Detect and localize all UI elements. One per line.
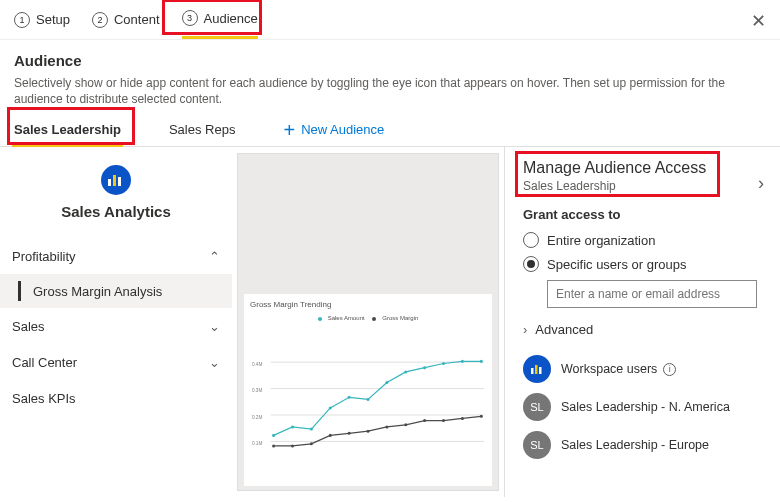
svg-point-16: [366, 398, 369, 401]
svg-text:0.4M: 0.4M: [252, 362, 263, 367]
radio-entire-org[interactable]: Entire organization: [523, 232, 764, 248]
page-title: Audience: [14, 52, 766, 69]
workspace-title: Sales Analytics: [0, 203, 232, 220]
svg-rect-37: [539, 367, 542, 374]
svg-point-14: [329, 407, 332, 410]
svg-point-23: [272, 445, 275, 448]
svg-rect-1: [113, 175, 116, 186]
svg-point-12: [291, 426, 294, 429]
svg-point-15: [348, 396, 351, 399]
audience-tab-sales-reps[interactable]: Sales Reps: [169, 113, 235, 146]
svg-point-33: [461, 417, 464, 420]
legend-dot-icon: [372, 317, 376, 321]
audience-tab-sales-leadership[interactable]: Sales Leadership: [14, 113, 121, 146]
workspace-icon: [101, 165, 131, 195]
svg-point-31: [423, 419, 426, 422]
avatar: SL: [523, 393, 551, 421]
info-icon[interactable]: i: [663, 363, 676, 376]
svg-point-26: [329, 434, 332, 437]
panel-title: Manage Audience Access: [523, 159, 706, 177]
active-bar-icon: [18, 281, 21, 301]
svg-text:0.1M: 0.1M: [252, 442, 263, 447]
chevron-down-icon: ⌄: [209, 319, 220, 334]
svg-point-18: [404, 371, 407, 374]
step-num-3: 3: [182, 10, 198, 26]
nav-call-center[interactable]: Call Center ⌄: [0, 344, 232, 380]
svg-point-22: [480, 360, 483, 363]
panel-header[interactable]: Manage Audience Access Sales Leadership …: [523, 159, 764, 207]
new-audience-button[interactable]: + New Audience: [283, 122, 384, 137]
svg-rect-2: [118, 177, 121, 186]
chart-legend: Sales Amount Gross Margin: [250, 315, 486, 321]
user-search-input[interactable]: [547, 280, 757, 308]
report-gross-margin-analysis[interactable]: Gross Margin Analysis: [0, 274, 232, 308]
svg-rect-36: [535, 365, 538, 374]
svg-point-28: [366, 430, 369, 433]
svg-point-32: [442, 419, 445, 422]
chevron-down-icon: ⌄: [209, 355, 220, 370]
svg-point-17: [385, 381, 388, 384]
step-num-2: 2: [92, 12, 108, 28]
grant-access-heading: Grant access to: [523, 207, 764, 222]
avatar: SL: [523, 431, 551, 459]
svg-point-30: [404, 424, 407, 427]
svg-point-34: [480, 415, 483, 418]
wizard-steps: 1 Setup 2 Content 3 Audience ✕: [0, 0, 780, 40]
svg-text:0.2M: 0.2M: [252, 415, 263, 420]
svg-text:0.3M: 0.3M: [252, 389, 263, 394]
nav-profitability[interactable]: Profitability ⌃: [0, 238, 232, 274]
radio-selected-icon: [523, 256, 539, 272]
svg-point-21: [461, 360, 464, 363]
step-audience[interactable]: 3 Audience: [182, 0, 258, 39]
content-columns: Sales Analytics Profitability ⌃ Gross Ma…: [0, 147, 780, 497]
nav-sales-kpis[interactable]: Sales KPIs: [0, 380, 232, 416]
chevron-right-icon: ›: [523, 322, 527, 337]
panel-subtitle: Sales Leadership: [523, 179, 706, 193]
user-sales-leadership-eu[interactable]: SL Sales Leadership - Europe: [523, 431, 764, 459]
chevron-up-icon: ⌃: [209, 249, 220, 264]
svg-point-24: [291, 445, 294, 448]
audience-tabs: Sales Leadership Sales Reps + New Audien…: [0, 113, 780, 147]
report-thumbnail[interactable]: Gross Margin Trending Sales Amount Gross…: [237, 153, 499, 491]
chart-title: Gross Margin Trending: [250, 300, 486, 309]
user-workspace-users[interactable]: Workspace users i: [523, 355, 764, 383]
radio-specific-users[interactable]: Specific users or groups: [523, 256, 764, 272]
svg-point-29: [385, 426, 388, 429]
step-num-1: 1: [14, 12, 30, 28]
legend-dot-icon: [318, 317, 322, 321]
nav-sales[interactable]: Sales ⌄: [0, 308, 232, 344]
svg-point-11: [272, 434, 275, 437]
svg-point-13: [310, 428, 313, 431]
close-icon[interactable]: ✕: [751, 10, 766, 32]
svg-point-25: [310, 443, 313, 446]
svg-rect-35: [531, 368, 534, 374]
radio-icon: [523, 232, 539, 248]
step-setup[interactable]: 1 Setup: [14, 0, 70, 39]
manage-audience-panel: Manage Audience Access Sales Leadership …: [505, 147, 780, 497]
chevron-right-icon: ›: [758, 173, 764, 194]
page-description: Selectively show or hide app content for…: [14, 75, 766, 107]
svg-point-19: [423, 367, 426, 370]
content-tree: Sales Analytics Profitability ⌃ Gross Ma…: [0, 147, 232, 497]
user-sales-leadership-na[interactable]: SL Sales Leadership - N. America: [523, 393, 764, 421]
svg-point-27: [348, 432, 351, 435]
report-preview-pane: Gross Margin Trending Sales Amount Gross…: [232, 147, 505, 497]
svg-rect-0: [108, 179, 111, 186]
advanced-toggle[interactable]: › Advanced: [523, 322, 764, 337]
audience-section-header: Audience Selectively show or hide app co…: [0, 40, 780, 113]
step-content[interactable]: 2 Content: [92, 0, 160, 39]
svg-point-20: [442, 362, 445, 365]
workspace-icon: [523, 355, 551, 383]
line-chart: 0.1M 0.2M 0.3M 0.4M: [250, 323, 486, 473]
